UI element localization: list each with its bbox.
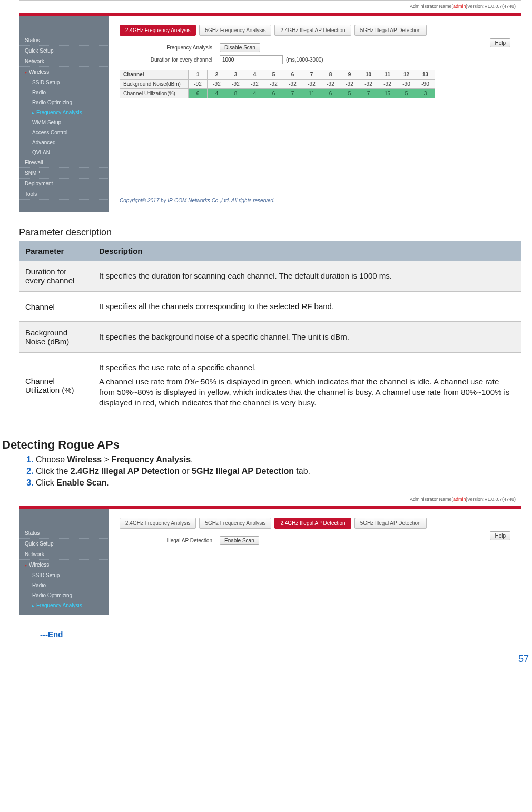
- step-item: Choose Wireless > Frequency Analysis.: [36, 455, 521, 464]
- channel-cell: 4: [245, 89, 264, 98]
- sidebar-item[interactable]: Quick Setup: [19, 46, 109, 56]
- channel-cell: -92: [359, 80, 378, 89]
- channel-col-header: 3: [226, 70, 245, 80]
- param-name: Channel: [19, 292, 93, 322]
- param-desc: It specifies the duration for scanning e…: [93, 261, 521, 292]
- sidebar-item[interactable]: Firewall: [19, 157, 109, 168]
- channel-cell: 6: [321, 89, 340, 98]
- channel-cell: -92: [245, 80, 264, 89]
- sidebar-subitem[interactable]: Radio: [19, 580, 109, 590]
- channel-cell: 5: [340, 89, 359, 98]
- sidebar-subitem[interactable]: Radio Optimizing: [19, 590, 109, 600]
- param-desc: It specifies all the channels correspond…: [93, 292, 521, 322]
- channel-cell: 6: [189, 89, 208, 98]
- router-sidebar: StatusQuick SetupNetworkWirelessSSID Set…: [19, 509, 109, 615]
- duration-input[interactable]: [220, 55, 283, 64]
- sidebar-subitem[interactable]: QVLAN: [19, 147, 109, 157]
- disable-scan-button[interactable]: Disable Scan: [220, 43, 260, 52]
- channel-col-header: 7: [302, 70, 321, 80]
- steps-list: Choose Wireless > Frequency Analysis.Cli…: [19, 455, 521, 488]
- param-header-description: Description: [93, 241, 521, 261]
- sidebar-item-wireless[interactable]: Wireless: [19, 560, 109, 570]
- channel-cell: 4: [208, 89, 226, 98]
- help-button[interactable]: Help: [490, 531, 510, 540]
- channel-cell: -92: [208, 80, 226, 89]
- channel-col-header: 1: [189, 70, 208, 80]
- help-button[interactable]: Help: [490, 38, 510, 47]
- channel-cell: -90: [416, 80, 435, 89]
- channel-cell: 8: [226, 89, 245, 98]
- sidebar-subitem[interactable]: Radio Optimizing: [19, 97, 109, 107]
- channel-col-header: 11: [378, 70, 397, 80]
- channel-cell: -92: [226, 80, 245, 89]
- channel-cell: -90: [397, 80, 416, 89]
- router-tabs: 2.4GHz Frequency Analysis5GHz Frequency …: [120, 25, 510, 36]
- router-tab[interactable]: 5GHz Illegal AP Detection: [354, 25, 427, 36]
- sidebar-subitem[interactable]: SSID Setup: [19, 77, 109, 87]
- sidebar-subitem[interactable]: Frequency Analysis: [19, 600, 109, 610]
- duration-label: Duration for every channel: [120, 57, 220, 63]
- sidebar-subitem[interactable]: Advanced: [19, 137, 109, 147]
- router-tab[interactable]: 2.4GHz Illegal AP Detection: [274, 518, 351, 529]
- sidebar-item[interactable]: Network: [19, 549, 109, 560]
- copyright: Copyright© 2017 by IP-COM Networks Co.,L…: [120, 193, 510, 206]
- param-desc: It specifies the use rate of a specific …: [93, 353, 521, 418]
- sidebar-item[interactable]: SNMP: [19, 168, 109, 179]
- sidebar-item[interactable]: Quick Setup: [19, 539, 109, 549]
- router-screenshot-freq-analysis: Administrator Name[admin]Version:V1.0.0.…: [19, 0, 521, 212]
- param-section-title: Parameter description: [19, 227, 521, 238]
- param-desc: It specifies the background noise of a s…: [93, 322, 521, 353]
- router-tab[interactable]: 5GHz Illegal AP Detection: [354, 518, 427, 529]
- param-name: Duration for every channel: [19, 261, 93, 292]
- sidebar-subitem[interactable]: Access Control: [19, 127, 109, 137]
- sidebar-item[interactable]: Status: [19, 528, 109, 539]
- channel-col-header: 2: [208, 70, 226, 80]
- router-sidebar: StatusQuick SetupNetworkWirelessSSID Set…: [19, 16, 109, 212]
- illegal-ap-label: Illegal AP Detection: [120, 538, 220, 543]
- channel-cell: 15: [378, 89, 397, 98]
- channel-cell: -92: [321, 80, 340, 89]
- channel-col-header: 9: [340, 70, 359, 80]
- channel-col-header: 6: [283, 70, 302, 80]
- channel-cell: 7: [359, 89, 378, 98]
- sidebar-subitem[interactable]: Frequency Analysis: [19, 107, 109, 117]
- sidebar-subitem[interactable]: Radio: [19, 87, 109, 97]
- param-name: Channel Utilization (%): [19, 353, 93, 418]
- admin-header: Administrator Name[admin]Version:V1.0.0.…: [19, 1, 521, 13]
- sidebar-item[interactable]: Tools: [19, 189, 109, 200]
- duration-hint: (ms,1000-3000): [286, 57, 323, 63]
- router-tabs: 2.4GHz Frequency Analysis5GHz Frequency …: [120, 518, 510, 529]
- channel-row-header: Channel Utilization(%): [120, 89, 189, 98]
- channel-cell: -92: [378, 80, 397, 89]
- sidebar-subitem[interactable]: WMM Setup: [19, 117, 109, 127]
- channel-col-header: 12: [397, 70, 416, 80]
- page-number: 57: [0, 649, 532, 669]
- channel-cell: -92: [264, 80, 283, 89]
- channel-table: Channel12345678910111213Background Noise…: [120, 70, 435, 98]
- step-item: Click the 2.4GHz Illegal AP Detection or…: [36, 467, 521, 476]
- param-name: Background Noise (dBm): [19, 322, 93, 353]
- channel-col-header: Channel: [120, 70, 189, 80]
- channel-cell: -92: [302, 80, 321, 89]
- channel-col-header: 10: [359, 70, 378, 80]
- router-tab[interactable]: 2.4GHz Illegal AP Detection: [274, 25, 351, 36]
- router-tab[interactable]: 5GHz Frequency Analysis: [199, 518, 271, 529]
- sidebar-item[interactable]: Deployment: [19, 179, 109, 189]
- channel-cell: 11: [302, 89, 321, 98]
- sidebar-item-wireless[interactable]: Wireless: [19, 67, 109, 77]
- channel-cell: 3: [416, 89, 435, 98]
- channel-row-header: Background Noise(dBm): [120, 80, 189, 89]
- router-tab[interactable]: 5GHz Frequency Analysis: [199, 25, 271, 36]
- sidebar-item[interactable]: Network: [19, 56, 109, 67]
- enable-scan-button[interactable]: Enable Scan: [220, 536, 259, 545]
- freq-analysis-label: Frequency Analysis: [120, 45, 220, 51]
- channel-cell: 7: [283, 89, 302, 98]
- channel-col-header: 8: [321, 70, 340, 80]
- channel-cell: 6: [264, 89, 283, 98]
- sidebar-item[interactable]: Status: [19, 35, 109, 46]
- router-tab[interactable]: 2.4GHz Frequency Analysis: [120, 25, 196, 36]
- channel-col-header: 4: [245, 70, 264, 80]
- sidebar-subitem[interactable]: SSID Setup: [19, 570, 109, 580]
- channel-col-header: 13: [416, 70, 435, 80]
- router-tab[interactable]: 2.4GHz Frequency Analysis: [120, 518, 196, 529]
